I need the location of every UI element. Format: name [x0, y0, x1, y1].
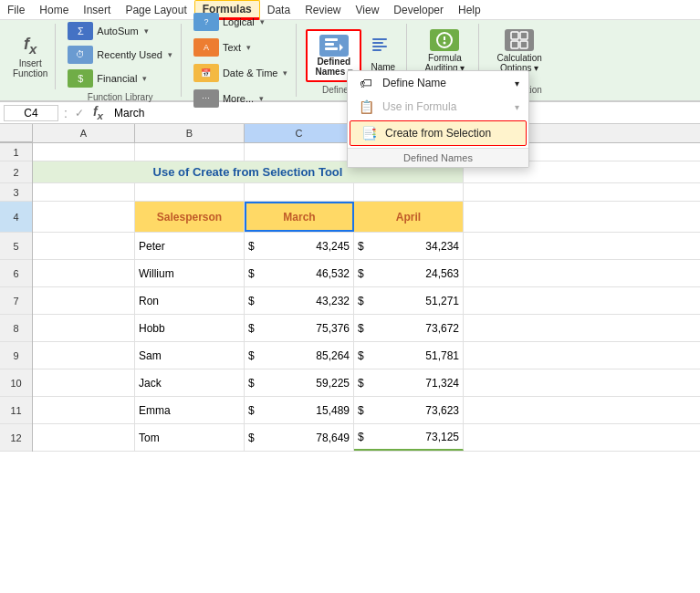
- insert-function-label: InsertFunction: [13, 58, 47, 78]
- text-label: Text: [223, 42, 241, 53]
- menu-developer[interactable]: Developer: [386, 2, 451, 18]
- menu-page-layout[interactable]: Page Layout: [118, 2, 193, 18]
- cell-a6[interactable]: [33, 260, 135, 286]
- logical-arrow: ▾: [260, 17, 265, 26]
- menu-review[interactable]: Review: [298, 2, 348, 18]
- cell-a10[interactable]: [33, 369, 135, 396]
- cell-a9[interactable]: [33, 342, 135, 369]
- svg-point-10: [444, 42, 446, 45]
- fx-icon: fx: [24, 35, 37, 57]
- row-header-11: 11: [0, 397, 32, 424]
- cell-c8[interactable]: $75,376: [245, 315, 354, 341]
- cell-d8[interactable]: $73,672: [354, 315, 464, 341]
- menu-help[interactable]: Help: [451, 2, 488, 18]
- financial-btn[interactable]: $ Financial ▾: [63, 67, 177, 90]
- create-from-selection-item[interactable]: 📑 Create from Selection: [350, 120, 527, 146]
- cell-b7[interactable]: Ron: [135, 287, 245, 314]
- cell-a3[interactable]: [33, 183, 135, 201]
- cell-b10[interactable]: Jack: [135, 369, 245, 396]
- cell-d11[interactable]: $73,623: [354, 397, 464, 423]
- cell-d10[interactable]: $71,324: [354, 369, 464, 396]
- insert-function-btn[interactable]: fx InsertFunction: [5, 24, 56, 89]
- cell-b8[interactable]: Hobb: [135, 315, 245, 341]
- cell-d9[interactable]: $51,781: [354, 342, 464, 369]
- grid-row-9: Sam $85,264 $51,781: [33, 342, 700, 369]
- name-manager-btn[interactable]: [367, 29, 400, 62]
- menu-home[interactable]: Home: [32, 2, 76, 18]
- logic-group: ? Logical ▾ A Text ▾ 📅 Date & Time ▾ ⋯ M…: [185, 24, 298, 97]
- cell-b12[interactable]: Tom: [135, 424, 245, 451]
- datetime-icon: 📅: [193, 64, 219, 82]
- autosum-label: AutoSum: [97, 26, 138, 36]
- cell-a8[interactable]: [33, 315, 135, 341]
- cell-d5[interactable]: $34,234: [354, 233, 464, 259]
- formula-auditing-btn[interactable]: FormulaAuditing ▾: [418, 26, 471, 77]
- row-header-12: 12: [0, 424, 32, 452]
- cell-reference[interactable]: [4, 105, 58, 121]
- grid-row-12: Tom $78,649 $73,125: [33, 424, 700, 452]
- cell-c7[interactable]: $43,232: [245, 287, 354, 314]
- cell-c4[interactable]: March: [245, 202, 354, 232]
- corner-spacer: [0, 124, 33, 142]
- cell-d4[interactable]: April: [354, 202, 464, 232]
- menu-view[interactable]: View: [349, 2, 387, 18]
- cell-b11[interactable]: Emma: [135, 397, 245, 423]
- cell-a4[interactable]: [33, 202, 135, 232]
- more-functions-arrow: ▾: [259, 94, 264, 103]
- function-library-group: Σ AutoSum ▾ ⏱ Recently Used ▾ $ Financia…: [59, 24, 182, 97]
- cell-a5[interactable]: [33, 233, 135, 259]
- more-functions-btn[interactable]: ⋯ More... ▾: [189, 87, 293, 110]
- function-library-label: Function Library: [63, 92, 177, 102]
- cell-d7[interactable]: $51,271: [354, 287, 464, 314]
- create-from-selection-label: Create from Selection: [385, 127, 491, 140]
- text-btn[interactable]: A Text ▾: [189, 36, 293, 59]
- cell-d3[interactable]: [354, 183, 464, 201]
- cell-c10[interactable]: $59,225: [245, 369, 354, 396]
- recently-used-label: Recently Used: [97, 49, 162, 60]
- ribbon: fx InsertFunction Σ AutoSum ▾ ⏱ Recently…: [0, 20, 700, 102]
- cell-c12[interactable]: $78,649: [245, 424, 354, 451]
- row-header-7: 7: [0, 287, 32, 315]
- cell-c3[interactable]: [245, 183, 354, 201]
- cell-b5[interactable]: Peter: [135, 233, 245, 259]
- svg-rect-2: [325, 47, 338, 50]
- cell-d6[interactable]: $24,563: [354, 260, 464, 286]
- grid-row-6: Willium $46,532 $24,563: [33, 260, 700, 287]
- cell-a11[interactable]: [33, 397, 135, 423]
- autosum-btn[interactable]: Σ AutoSum ▾: [63, 19, 177, 43]
- cell-c11[interactable]: $15,489: [245, 397, 354, 423]
- cell-c1[interactable]: [245, 143, 354, 161]
- cell-b1[interactable]: [135, 143, 245, 161]
- text-arrow: ▾: [246, 43, 251, 52]
- cell-a1[interactable]: [33, 143, 135, 161]
- row-header-1: 1: [0, 143, 32, 161]
- cell-b9[interactable]: Sam: [135, 342, 245, 369]
- cell-a12[interactable]: [33, 424, 135, 451]
- cell-c9[interactable]: $85,264: [245, 342, 354, 369]
- use-in-formula-arrow: ▾: [515, 102, 519, 112]
- define-name-icon: 🏷: [357, 76, 375, 90]
- cell-a7[interactable]: [33, 287, 135, 314]
- svg-rect-11: [511, 32, 518, 39]
- row-header-10: 10: [0, 369, 32, 397]
- cell-b6[interactable]: Willium: [135, 260, 245, 286]
- cell-b4[interactable]: Salesperson: [135, 202, 245, 232]
- recently-used-btn[interactable]: ⏱ Recently Used ▾: [63, 43, 177, 67]
- row-headers: 1 2 3 4 5 6 7 8 9 10 11 12: [0, 143, 33, 452]
- menu-file[interactable]: File: [0, 2, 32, 18]
- cell-c6[interactable]: $46,532: [245, 260, 354, 286]
- calculation-options-btn[interactable]: CalculationOptions ▾: [490, 26, 548, 77]
- cell-b3[interactable]: [135, 183, 245, 201]
- use-in-formula-icon: 📋: [357, 99, 375, 114]
- menu-insert[interactable]: Insert: [76, 2, 118, 18]
- cell-d12[interactable]: $73,125: [354, 424, 464, 451]
- grid-row-4: Salesperson March April: [33, 202, 700, 233]
- datetime-btn[interactable]: 📅 Date & Time ▾: [189, 61, 293, 85]
- grid-row-10: Jack $59,225 $71,324: [33, 369, 700, 397]
- define-name-item[interactable]: 🏷 Define Name ▾: [348, 71, 528, 95]
- svg-rect-1: [325, 43, 334, 46]
- cell-c5[interactable]: $43,245: [245, 233, 354, 259]
- logical-btn[interactable]: ? Logical ▾: [189, 10, 293, 34]
- recently-used-arrow: ▾: [168, 50, 172, 59]
- recently-used-icon: ⏱: [68, 46, 93, 64]
